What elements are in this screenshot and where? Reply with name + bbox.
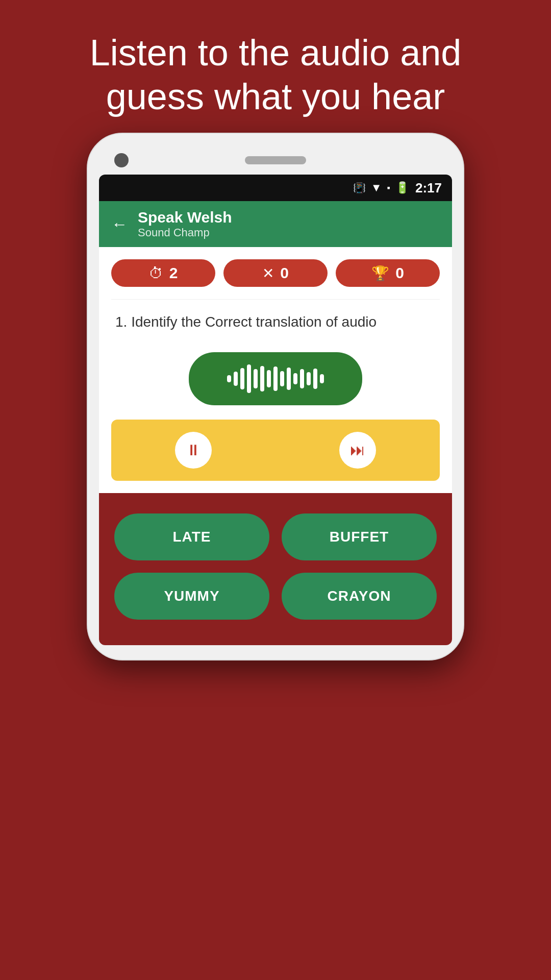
answer-buffet[interactable]: BUFFET — [282, 513, 437, 560]
answer-late-label: LATE — [172, 529, 211, 545]
phone-notch — [99, 148, 452, 175]
pause-button[interactable]: ⏸ — [175, 432, 212, 469]
app-bar: ← Speak Welsh Sound Champ — [99, 201, 452, 247]
status-icons: 📳 ▼ ▪ 🔋 — [353, 181, 409, 194]
phone-screen: 📳 ▼ ▪ 🔋 2:17 ← Speak Welsh Sound Champ — [99, 175, 452, 645]
phone-outer: 📳 ▼ ▪ 🔋 2:17 ← Speak Welsh Sound Champ — [87, 133, 464, 660]
player-controls: ⏸ ⏭ — [111, 420, 440, 481]
trophy-icon: 🏆 — [371, 265, 389, 282]
app-bar-text: Speak Welsh Sound Champ — [138, 209, 232, 239]
page-title: Listen to the audio and guess what you h… — [0, 0, 551, 139]
phone-frame: 📳 ▼ ▪ 🔋 2:17 ← Speak Welsh Sound Champ — [87, 133, 464, 660]
audio-play-button[interactable] — [189, 352, 362, 405]
stat-wrong: ✕ 0 — [223, 259, 328, 287]
divider — [111, 299, 440, 300]
phone-camera — [114, 153, 129, 167]
stat-timer-value: 2 — [169, 264, 178, 282]
stat-score: 🏆 0 — [336, 259, 440, 287]
status-time: 2:17 — [415, 180, 442, 196]
answer-crayon[interactable]: CRAYON — [282, 573, 437, 620]
clock-icon: ⏱ — [149, 265, 163, 282]
x-icon: ✕ — [262, 265, 274, 282]
answer-crayon-label: CRAYON — [328, 588, 391, 604]
answer-yummy[interactable]: YUMMY — [114, 573, 269, 620]
app-subtitle: Sound Champ — [138, 226, 232, 239]
stat-wrong-value: 0 — [280, 264, 289, 282]
wifi-icon: ▼ — [371, 181, 382, 194]
question-text: 1. Identify the Correct translation of a… — [111, 312, 440, 332]
status-bar: 📳 ▼ ▪ 🔋 2:17 — [99, 175, 452, 201]
skip-icon: ⏭ — [350, 442, 365, 459]
phone-speaker — [245, 156, 306, 164]
battery-icon: 🔋 — [395, 181, 409, 194]
title-line2: guess what you hear — [106, 76, 445, 117]
answers-area: LATE BUFFET YUMMY CRAYON — [99, 493, 452, 645]
vibrate-icon: 📳 — [353, 182, 366, 194]
stat-score-value: 0 — [395, 264, 404, 282]
pause-icon: ⏸ — [186, 442, 201, 459]
title-line1: Listen to the audio and — [90, 32, 462, 73]
content-area: ⏱ 2 ✕ 0 🏆 0 1. Identify the Correct tr — [99, 247, 452, 493]
sim-icon: ▪ — [387, 183, 390, 193]
stats-row: ⏱ 2 ✕ 0 🏆 0 — [111, 259, 440, 287]
answer-late[interactable]: LATE — [114, 513, 269, 560]
back-button[interactable]: ← — [111, 215, 128, 234]
app-title: Speak Welsh — [138, 209, 232, 226]
stat-timer: ⏱ 2 — [111, 259, 215, 287]
skip-button[interactable]: ⏭ — [339, 432, 376, 469]
answer-yummy-label: YUMMY — [164, 588, 219, 604]
waveform — [227, 364, 324, 393]
answer-buffet-label: BUFFET — [330, 529, 389, 545]
